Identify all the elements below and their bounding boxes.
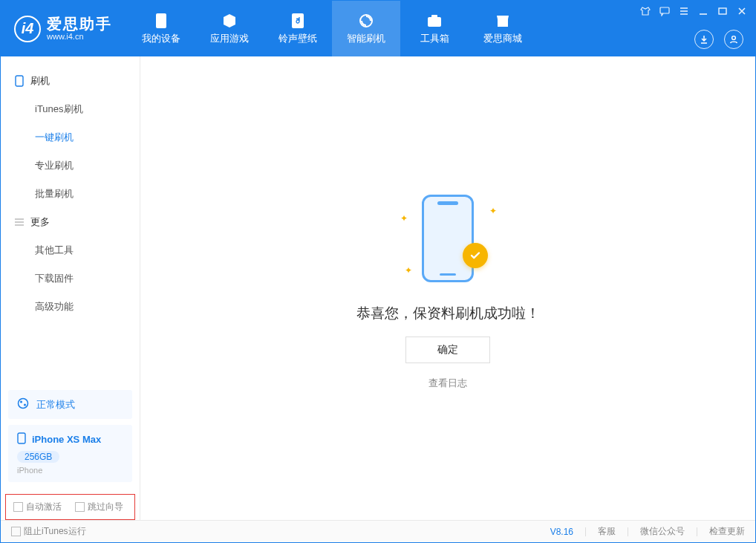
checkbox-label: 阻止iTunes运行 [24,526,86,536]
sidebar-section-flash: 刷机 [1,67,140,95]
cube-icon [221,13,238,29]
tab-smart-flash[interactable]: 智能刷机 [332,1,400,56]
refresh-shield-icon [358,13,374,29]
sidebar-item-download-firmware[interactable]: 下载固件 [1,264,140,293]
svg-point-10 [19,399,28,409]
phone-icon [14,76,25,86]
tab-label: 应用游戏 [210,32,249,45]
success-title: 恭喜您，保资料刷机成功啦！ [356,304,540,323]
sidebar-item-advanced[interactable]: 高级功能 [1,293,140,321]
checkbox-block-itunes[interactable]: 阻止iTunes运行 [11,525,86,538]
app-header: i4 爱思助手 www.i4.cn 我的设备 应用游戏 铃声壁纸 智能刷机 工具… [1,1,755,56]
download-button[interactable] [694,30,714,49]
options-row: 自动激活 跳过向导 [5,494,135,520]
sidebar-item-oneclick-flash[interactable]: 一键刷机 [1,123,140,152]
tab-toolbox[interactable]: 工具箱 [400,1,469,56]
checkbox-icon [11,527,21,536]
device-type-label: iPhone [17,466,123,475]
close-icon[interactable] [736,5,748,17]
divider [697,527,697,536]
sync-icon [17,397,29,412]
svg-rect-5 [498,19,508,27]
sidebar-item-other-tools[interactable]: 其他工具 [1,236,140,264]
window-controls [639,1,755,56]
svg-rect-9 [16,76,23,86]
logo-icon: i4 [14,16,41,42]
divider [628,527,628,536]
version-label: V8.16 [550,527,573,537]
device-icon [153,13,169,29]
maximize-icon[interactable] [717,5,729,17]
music-file-icon [290,13,306,29]
check-badge-icon [463,243,488,268]
ok-button[interactable]: 确定 [405,336,490,363]
footer-bar: 阻止iTunes运行 V8.16 客服 微信公众号 检查更新 [1,520,755,542]
phone-illustration-icon [422,195,474,282]
svg-point-8 [732,36,736,40]
app-subtitle: www.i4.cn [47,32,112,41]
tab-my-device[interactable]: 我的设备 [127,1,195,56]
footer-link-service[interactable]: 客服 [598,525,616,538]
logo-area: i4 爱思助手 www.i4.cn [1,1,127,56]
device-card[interactable]: iPhone XS Max 256GB iPhone [8,425,132,482]
tab-label: 智能刷机 [347,32,385,45]
sidebar-section-more: 更多 [1,208,140,236]
sparkle-icon: ✦ [400,213,408,224]
tab-ringtones-wallpapers[interactable]: 铃声壁纸 [264,1,332,56]
success-illustration: ✦ ✦ ✦ [388,186,507,290]
device-mode-card[interactable]: 正常模式 [8,390,132,419]
svg-rect-4 [431,15,437,18]
checkbox-auto-activate[interactable]: 自动激活 [13,501,62,513]
svg-rect-6 [660,7,669,13]
checkbox-skip-guide[interactable]: 跳过向导 [75,501,123,513]
sidebar-item-pro-flash[interactable]: 专业刷机 [1,152,140,180]
tab-store[interactable]: 爱思商城 [469,1,537,56]
list-icon [14,217,25,227]
tab-label: 爱思商城 [483,32,522,45]
menu-icon[interactable] [678,5,690,17]
section-title: 更多 [30,215,50,229]
svg-rect-3 [428,17,441,27]
view-log-link[interactable]: 查看日志 [428,377,467,390]
tab-apps-games[interactable]: 应用游戏 [195,1,264,56]
shop-icon [495,13,511,29]
device-name-label: iPhone XS Max [32,434,101,445]
svg-rect-7 [719,8,726,14]
svg-point-12 [24,404,26,406]
briefcase-icon [426,13,443,29]
divider [585,527,586,536]
svg-rect-1 [292,13,304,28]
sidebar-item-itunes-flash[interactable]: iTunes刷机 [1,95,140,123]
tab-label: 工具箱 [420,32,449,45]
phone-icon [17,432,26,446]
sidebar-item-batch-flash[interactable]: 批量刷机 [1,180,140,208]
svg-point-11 [20,401,22,403]
mode-label: 正常模式 [36,398,75,412]
skin-icon[interactable] [639,5,651,17]
checkbox-label: 自动激活 [26,501,62,512]
sparkle-icon: ✦ [489,206,497,216]
svg-rect-13 [18,433,25,443]
device-storage-badge: 256GB [17,451,59,463]
app-title: 爱思助手 [47,16,112,32]
checkbox-label: 跳过向导 [88,501,123,512]
minimize-icon[interactable] [697,5,709,17]
sparkle-icon: ✦ [405,265,412,276]
main-content: ✦ ✦ ✦ 恭喜您，保资料刷机成功啦！ 确定 查看日志 [140,56,755,520]
section-title: 刷机 [30,74,50,88]
user-button[interactable] [724,30,743,49]
nav-tabs: 我的设备 应用游戏 铃声壁纸 智能刷机 工具箱 爱思商城 [127,1,537,56]
tab-label: 铃声壁纸 [278,32,317,45]
svg-rect-0 [156,13,166,28]
footer-link-wechat[interactable]: 微信公众号 [640,525,685,538]
sidebar: 刷机 iTunes刷机 一键刷机 专业刷机 批量刷机 更多 其他工具 下载固件 … [1,56,140,520]
checkbox-icon [13,502,23,512]
feedback-icon[interactable] [659,5,671,17]
tab-label: 我的设备 [142,32,180,45]
footer-link-update[interactable]: 检查更新 [709,525,745,538]
checkbox-icon [75,502,85,512]
